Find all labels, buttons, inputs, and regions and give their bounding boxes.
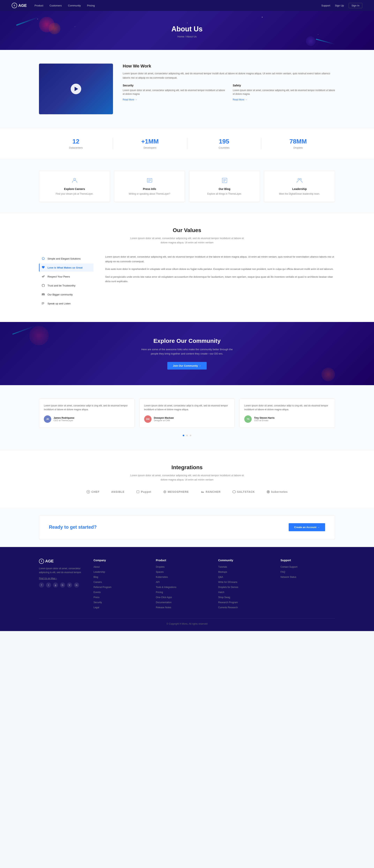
value-item-elegant[interactable]: Simple and Elegant Solutions xyxy=(39,254,94,263)
value-item-love[interactable]: Love is What Makes us Great xyxy=(39,264,94,272)
social-vine[interactable]: V xyxy=(67,583,72,588)
stat-num-developers: +1MM xyxy=(113,138,187,145)
breadcrumb-current: About Us xyxy=(186,35,197,38)
nav-product[interactable]: Product xyxy=(34,4,43,7)
author-name-2: Dowayen Mackaw xyxy=(154,416,174,419)
footer-link-careers: Careers xyxy=(94,580,148,584)
footer-link-oneclick: One-Click Apps xyxy=(156,595,210,599)
card-press[interactable]: Press Info Writing or speaking about The… xyxy=(114,171,185,202)
social-twitter[interactable]: t xyxy=(46,583,51,588)
footer-company-title: Company xyxy=(94,559,148,562)
footer-link-referral: Referral Program xyxy=(94,585,148,589)
footer-link-contact: Contact Support xyxy=(280,565,335,568)
svg-point-10 xyxy=(300,179,301,180)
nav-links: Product Customers Community Pricing xyxy=(34,4,95,7)
card-leadership[interactable]: Leadership Meet the DigitalOcean leaders… xyxy=(264,171,335,202)
value-label-love: Love is What Makes us Great xyxy=(47,266,82,269)
social-google[interactable]: g xyxy=(53,583,58,588)
testimonials-section: Lorem ipsum dolor sit amet, consectetur … xyxy=(0,385,374,451)
author-info-2: Dowayen Mackaw Designer at CNN xyxy=(154,416,174,422)
card-careers[interactable]: Explore Careers Find your dream job at T… xyxy=(39,171,110,202)
footer-col-company: Company About Leadership Blog Careers Re… xyxy=(94,559,148,611)
safety-read-more[interactable]: Read More → xyxy=(233,98,247,101)
footer-link-droplets: Droplets xyxy=(156,565,210,568)
logo-mesosphere: MESOSPHERE xyxy=(163,490,189,494)
community-description: Here are some of the awesome folks who m… xyxy=(138,347,236,356)
play-button[interactable] xyxy=(71,84,81,94)
nav-support[interactable]: Support xyxy=(321,4,330,7)
nav-signin-button[interactable]: Sign In xyxy=(349,3,362,8)
footer-link-pricing: Pricing xyxy=(156,590,210,594)
value-item-respect[interactable]: Respect Your Peers xyxy=(39,273,94,281)
how-title: How We Work xyxy=(123,64,335,69)
card-press-title: Press Info xyxy=(119,187,180,190)
author-info-3: Tiny Steven Harris CEO at Envato xyxy=(254,416,274,422)
cta-section: Ready to get started? Create an Account … xyxy=(0,507,374,547)
cta-title: Ready to get started? xyxy=(49,524,97,530)
author-title-1: CEO at ThemeLayer xyxy=(54,419,74,422)
svg-point-12 xyxy=(43,293,44,294)
careers-icon xyxy=(71,177,78,185)
values-header: Our Values Lorem ipsum dolor sit amet, c… xyxy=(39,227,335,245)
value-item-community[interactable]: Our Bigger community xyxy=(39,290,94,299)
value-label-speak: Speak up and Listen xyxy=(47,302,71,305)
values-title: Our Values xyxy=(39,227,335,234)
security-read-more[interactable]: Read More → xyxy=(123,98,137,101)
value-item-speak[interactable]: Speak up and Listen xyxy=(39,299,94,308)
social-facebook[interactable]: f xyxy=(39,583,44,588)
svg-point-14 xyxy=(44,294,45,294)
stat-label-developers: Developers xyxy=(113,146,187,149)
values-para-2: Duis aute irure dolor in reprehenderit i… xyxy=(105,267,335,271)
join-community-button[interactable]: Join Our Community → xyxy=(167,362,206,370)
blog-icon xyxy=(221,177,229,185)
integrations-title: Integrations xyxy=(39,464,335,471)
footer-col-product: Product Droplets Spaces Kubernetes API T… xyxy=(156,559,210,611)
nav-pricing[interactable]: Pricing xyxy=(87,4,95,7)
social-linkedin[interactable]: in xyxy=(74,583,79,588)
logo-ansible: ANSIBLE xyxy=(111,490,125,493)
create-account-button[interactable]: Create an Account → xyxy=(289,523,325,531)
integrations-description: Lorem ipsum dolor sit amet, consectetur … xyxy=(129,473,245,482)
values-description-content: Lorem ipsum dolor sit amet, consectetur … xyxy=(105,254,335,308)
value-item-trust[interactable]: Trust and be Trustworthy xyxy=(39,281,94,289)
stat-datacenters: 12 Datacenters xyxy=(39,138,113,149)
avatar-2: DM xyxy=(144,415,151,423)
navbar: S AGE Product Customers Community Pricin… xyxy=(0,0,374,11)
card-blog-desc: Explore all things in ThemeLayer. xyxy=(194,192,255,196)
nav-community[interactable]: Community xyxy=(68,4,81,7)
footer-link-swag: Shop Swag xyxy=(218,595,273,599)
video-thumbnail[interactable] xyxy=(39,64,113,114)
copyright: © Copyright H Mons, All rights reserved xyxy=(167,622,207,625)
footer-link-research: Research Program xyxy=(218,600,273,604)
footer-link-legal: Legal xyxy=(94,606,148,609)
cards-grid: Explore Careers Find your dream job at T… xyxy=(39,171,335,202)
footer-link-blog: Blog xyxy=(94,575,148,579)
breadcrumb-home[interactable]: Home xyxy=(177,35,184,38)
social-googleplus[interactable]: G xyxy=(60,583,65,588)
footer-link-docs: Documentation xyxy=(156,600,210,604)
logo[interactable]: S AGE xyxy=(12,3,27,8)
dot-1[interactable] xyxy=(183,435,184,436)
values-list: Simple and Elegant Solutions Love is Wha… xyxy=(39,254,94,308)
testimonial-author-2: DM Dowayen Mackaw Designer at CNN xyxy=(144,415,230,423)
map-link[interactable]: Find Us on Map › xyxy=(39,577,86,580)
values-para-1: Lorem ipsum dolor sit amet, consectetur … xyxy=(105,254,335,264)
integrations-section: Integrations Lorem ipsum dolor sit amet,… xyxy=(0,451,374,507)
cards-section: Explore Careers Find your dream job at T… xyxy=(0,159,374,214)
footer-col-support: Support Contact Support FAQ Network Stat… xyxy=(280,559,335,611)
dot-2[interactable] xyxy=(186,435,188,436)
stat-num-datacenters: 12 xyxy=(39,138,113,145)
footer-company-links: About Leadership Blog Careers Referral P… xyxy=(94,565,148,609)
testimonial-text-3: Lorem ipsum dolor sit amet, consectetur … xyxy=(244,404,330,412)
footer-link-security: Security xyxy=(94,600,148,604)
svg-rect-16 xyxy=(137,491,139,493)
footer-logo[interactable]: S AGE xyxy=(39,559,86,564)
nav-signup[interactable]: Sign Up xyxy=(335,4,344,7)
footer-link-droplets-demos: Droplets for Demos xyxy=(218,585,273,589)
dot-3[interactable] xyxy=(190,435,191,436)
nav-customers[interactable]: Customers xyxy=(49,4,62,7)
card-blog[interactable]: Our Blog Explore all things in ThemeLaye… xyxy=(189,171,260,202)
value-label-trust: Trust and be Trustworthy xyxy=(47,284,75,287)
handshake-icon xyxy=(42,275,45,278)
footer-logo-icon: S xyxy=(39,559,44,564)
